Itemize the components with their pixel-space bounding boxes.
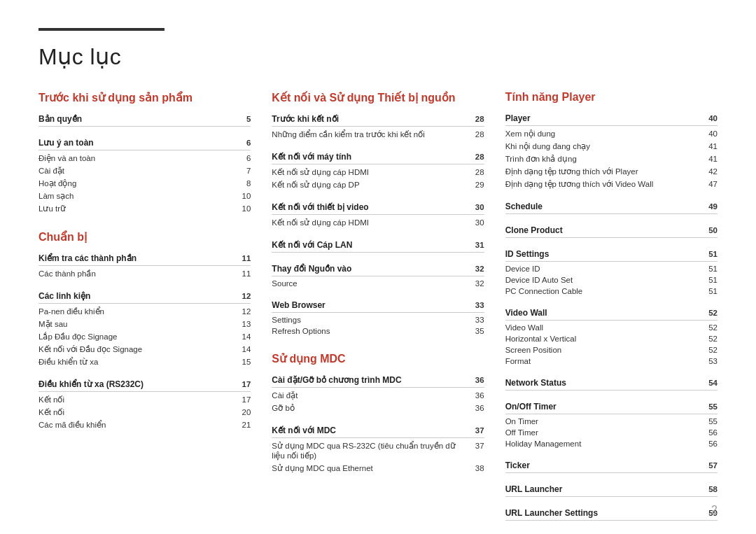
toc-item-page: 40 xyxy=(704,129,718,138)
toc-item: ID Settings 51 xyxy=(505,248,718,262)
toc-item-title: Kết nối sử dụng cáp HDMI xyxy=(272,167,470,177)
toc-item-page: 41 xyxy=(704,155,718,163)
toc-item-page: 50 xyxy=(704,226,718,234)
toc-item-title: Làm sạch xyxy=(38,191,237,201)
toc-item: Mặt sau 13 xyxy=(38,318,251,330)
toc-item: Network Status 54 xyxy=(505,377,718,391)
toc-item-title: Những điểm cần kiểm tra trước khi kết nố… xyxy=(272,129,470,139)
toc-item-title: URL Launcher Settings xyxy=(505,508,704,518)
toc-item: Source 32 xyxy=(272,278,484,289)
toc-item: Sử dụng MDC qua RS-232C (tiêu chuẩn truy… xyxy=(272,440,484,462)
toc-item-page: 37 xyxy=(470,442,484,450)
toc-item-page: 35 xyxy=(470,327,484,335)
toc-item: Kết nối với Đầu đọc Signage 14 xyxy=(38,343,251,356)
toc-item: Trước khi kết nối 28 xyxy=(272,113,484,127)
toc-item-page: 30 xyxy=(470,218,484,227)
toc-item: Lưu trữ 10 xyxy=(38,202,251,215)
section-truoc-khi: Trước khi sử dụng sản phẩm Bản quyền 5 L… xyxy=(38,91,251,215)
toc-item: Kết nối với máy tính 28 xyxy=(272,150,484,164)
toc-item-title: Video Wall xyxy=(505,308,704,318)
toc-item: Sử dụng MDC qua Ethernet 38 xyxy=(272,462,484,475)
toc-item: Khi nội dung đang chạy 41 xyxy=(505,140,718,153)
toc-item: Screen Position 52 xyxy=(505,344,718,356)
toc-group: Bản quyền 5 xyxy=(38,113,251,127)
toc-item-page: 13 xyxy=(237,320,251,328)
toc-item-page: 33 xyxy=(470,316,484,324)
toc-item-page: 6 xyxy=(237,139,251,147)
toc-item-title: Hoạt động xyxy=(38,178,237,188)
page-number: 2 xyxy=(711,504,718,517)
toc-item: Web Browser 33 xyxy=(272,299,484,313)
toc-item-page: 42 xyxy=(704,167,718,176)
toc-item-title: Các mã điều khiển xyxy=(38,420,237,430)
toc-item-page: 28 xyxy=(470,130,484,139)
toc-item: Format 53 xyxy=(505,356,718,367)
toc-item: Những điểm cần kiểm tra trước khi kết nố… xyxy=(272,128,484,141)
toc-item-page: 11 xyxy=(237,254,251,262)
toc-item: Làm sạch 10 xyxy=(38,190,251,202)
toc-item-title: PC Connection Cable xyxy=(505,287,704,295)
toc-group: Kết nối với máy tính 28 Kết nối sử dụng … xyxy=(272,150,484,191)
toc-item-title: Cài đặt/Gỡ bỏ chương trình MDC xyxy=(272,375,470,385)
toc-item-page: 52 xyxy=(704,346,718,354)
toc-item: Player 40 xyxy=(505,112,718,126)
toc-item-page: 17 xyxy=(237,395,251,404)
toc-group: Clone Product 50 xyxy=(505,224,718,238)
toc-item: Refresh Options 35 xyxy=(272,325,484,337)
toc-item-page: 36 xyxy=(470,376,484,384)
toc-group: Player 40 Xem nội dung 40 Khi nội dung đ… xyxy=(505,112,718,190)
toc-item: Điện và an toàn 6 xyxy=(38,152,251,164)
toc-group: Các linh kiện 12 Pa-nen điều khiển 12 Mặ… xyxy=(38,290,251,368)
toc-item-page: 57 xyxy=(704,461,718,470)
toc-item: Ticker 57 xyxy=(505,459,718,473)
toc-item-title: Kết nối sử dụng cáp HDMI xyxy=(272,218,470,227)
toc-item-title: Format xyxy=(505,357,704,365)
toc-item-page: 6 xyxy=(237,154,251,162)
column-3: Tính năng Player Player 40 Xem nội dung … xyxy=(505,91,718,534)
toc-item-page: 41 xyxy=(704,142,718,150)
toc-group: On/Off Timer 55 On Timer 55 Off Timer 56… xyxy=(505,400,718,449)
section-mdc: Sử dụng MDC Cài đặt/Gỡ bỏ chương trình M… xyxy=(272,352,484,475)
toc-item-page: 17 xyxy=(237,380,251,388)
toc-item-page: 54 xyxy=(704,379,718,387)
top-bar xyxy=(38,28,164,31)
toc-item-page: 36 xyxy=(470,404,484,412)
toc-item-title: Trình đơn khả dụng xyxy=(505,154,704,164)
toc-item-title: Clone Product xyxy=(505,225,704,235)
toc-item-title: Network Status xyxy=(505,378,704,388)
toc-item-page: 11 xyxy=(237,269,251,278)
toc-item: Kết nối 20 xyxy=(38,406,251,419)
toc-item-title: Cài đặt xyxy=(38,166,237,176)
toc-item: Video Wall 52 xyxy=(505,307,718,321)
toc-item-page: 40 xyxy=(704,114,718,122)
toc-item-title: Định dạng tệp tương thích với Player xyxy=(505,167,704,176)
toc-item-title: Screen Position xyxy=(505,346,704,354)
toc-item-title: On Timer xyxy=(505,417,704,426)
toc-item: Kết nối sử dụng cáp HDMI 30 xyxy=(272,216,484,229)
toc-item-title: Ticker xyxy=(505,461,704,470)
toc-item-title: Kết nối với thiết bị video xyxy=(272,202,470,212)
toc-item-page: 21 xyxy=(237,421,251,429)
section-title-1: Trước khi sử dụng sản phẩm xyxy=(38,91,251,104)
toc-item: PC Connection Cable 51 xyxy=(505,286,718,297)
toc-item-title: Điều khiển từ xa xyxy=(38,357,237,367)
toc-item-page: 5 xyxy=(237,115,251,123)
toc-item-page: 58 xyxy=(704,485,718,493)
toc-item: Gỡ bỏ 36 xyxy=(272,402,484,414)
toc-item-title: Player xyxy=(505,113,704,123)
toc-group: ID Settings 51 Device ID 51 Device ID Au… xyxy=(505,248,718,297)
toc-group: Network Status 54 xyxy=(505,377,718,391)
toc-item-title: Các linh kiện xyxy=(38,291,237,301)
toc-item: On Timer 55 xyxy=(505,416,718,427)
toc-item-title: Kết nối xyxy=(38,395,237,405)
toc-item-page: 52 xyxy=(704,309,718,317)
toc-item: Kết nối sử dụng cáp DP 29 xyxy=(272,178,484,191)
toc-item-title: Điều khiển từ xa (RS232C) xyxy=(38,379,237,389)
toc-item: URL Launcher Settings 59 xyxy=(505,507,718,521)
toc-item-title: Trước khi kết nối xyxy=(272,114,470,124)
toc-group: Schedule 49 xyxy=(505,200,718,214)
toc-item: Kết nối với thiết bị video 30 xyxy=(272,201,484,215)
toc-item-page: 12 xyxy=(237,292,251,300)
toc-item-page: 52 xyxy=(704,335,718,343)
toc-item: Kết nối sử dụng cáp HDMI 28 xyxy=(272,166,484,178)
